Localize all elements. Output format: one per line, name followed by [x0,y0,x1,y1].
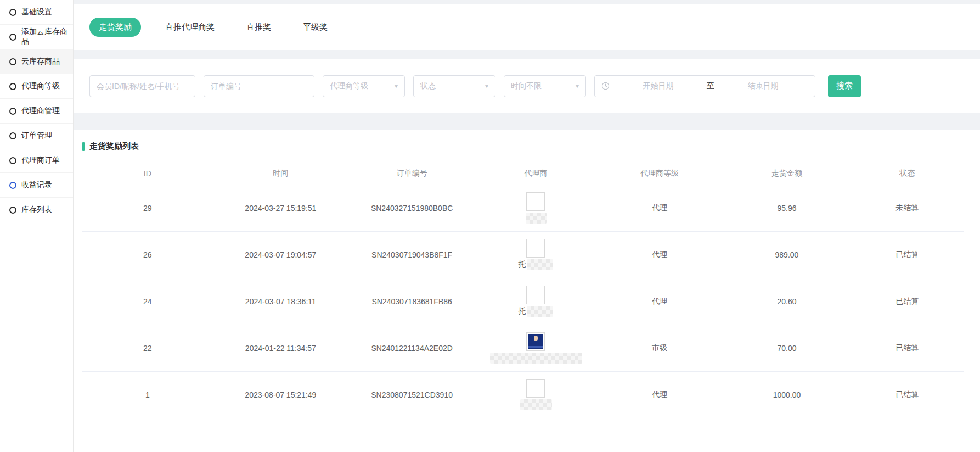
redacted-name-mosaic [526,213,547,224]
agent-avatar [526,332,545,351]
cell-amount: 989.00 [723,231,851,278]
cell-order: SN240307183681FB86 [348,278,475,325]
end-date-placeholder[interactable]: 结束日期 [718,81,808,91]
main-content: 走货奖励 直推代理商奖 直推奖 平级奖 代理商等级 ▾ 状态 ▾ 时间不限 ▾ … [74,0,980,452]
tab-direct-reward[interactable]: 直推奖 [239,18,279,37]
radio-icon [9,132,16,139]
cell-agent-level: 代理 [596,371,723,418]
cell-amount: 95.96 [723,185,851,231]
redacted-name-mosaic [527,306,553,317]
radio-icon [9,9,16,16]
section-title-text: 走货奖励列表 [89,141,139,152]
cell-time: 2024-03-07 19:04:57 [213,231,348,278]
sidebar-item-label: 订单管理 [21,131,52,141]
sidebar-item-cloud-stock-products[interactable]: 云库存商品 [0,49,73,74]
sidebar-item-order-management[interactable]: 订单管理 [0,124,73,148]
radio-icon [9,182,16,189]
spacer [74,50,980,59]
cell-amount: 70.00 [723,325,851,371]
spacer [74,113,980,130]
cell-status: 未结算 [851,185,964,231]
redacted-name-mosaic [520,399,552,410]
cell-agent-level: 代理 [596,231,723,278]
radio-icon [9,108,16,115]
table-row: 24 2024-03-07 18:36:11 SN240307183681FB8… [82,278,964,325]
start-date-placeholder[interactable]: 开始日期 [613,81,703,91]
cell-agent [475,325,596,371]
agent-level-select[interactable]: 代理商等级 ▾ [323,75,405,97]
agent-name: 托 [518,306,526,316]
cell-order: SN2401221134A2E02D [348,325,475,371]
table-header-row: ID 时间 订单编号 代理商 代理商等级 走货金额 状态 [82,163,964,185]
status-select-value: 状态 [420,81,436,91]
sidebar-item-label: 收益记录 [21,180,52,190]
reward-table: ID 时间 订单编号 代理商 代理商等级 走货金额 状态 29 2024-03-… [82,163,964,418]
member-search-input[interactable] [89,75,195,97]
cell-id: 26 [82,231,213,278]
cell-time: 2024-03-07 18:36:11 [213,278,348,325]
status-select[interactable]: 状态 ▾ [413,75,495,97]
table-row: 29 2024-03-27 15:19:51 SN240327151980B0B… [82,185,964,231]
cell-status: 已结算 [851,278,964,325]
cell-agent: 托 [475,231,596,278]
cell-status: 已结算 [851,371,964,418]
col-header-time: 时间 [213,163,348,185]
time-range-select[interactable]: 时间不限 ▾ [504,75,586,97]
cell-agent-level: 代理 [596,278,723,325]
redacted-name-mosaic [527,259,553,270]
agent-avatar [526,239,545,258]
sidebar-item-label: 添加云库存商品 [21,27,73,47]
chevron-down-icon: ▾ [395,83,398,89]
sidebar-item-label: 库存列表 [21,205,52,215]
tab-direct-agent-reward[interactable]: 直推代理商奖 [157,18,222,37]
tab-shipping-reward[interactable]: 走货奖励 [89,18,141,37]
cell-amount: 1000.00 [723,371,851,418]
filter-bar: 代理商等级 ▾ 状态 ▾ 时间不限 ▾ 开始日期 至 结束日期 搜索 [74,59,980,113]
sidebar-item-agent-management[interactable]: 代理商管理 [0,99,73,124]
table-row: 26 2024-03-07 19:04:57 SN24030719043B8F1… [82,231,964,278]
agent-avatar [526,192,545,211]
radio-icon [9,83,16,90]
section-title: 走货奖励列表 [82,141,980,152]
col-header-agent: 代理商 [475,163,596,185]
sidebar-item-label: 代理商等级 [21,81,60,91]
date-range-separator: 至 [707,81,714,91]
sidebar-item-add-cloud-stock-product[interactable]: 添加云库存商品 [0,25,73,49]
agent-level-select-value: 代理商等级 [330,81,368,91]
sidebar: 基础设置 添加云库存商品 云库存商品 代理商等级 代理商管理 订单管理 代理商订… [0,0,74,452]
sidebar-item-agent-orders[interactable]: 代理商订单 [0,148,73,173]
agent-name: 托 [518,260,526,270]
sidebar-item-basic-settings[interactable]: 基础设置 [0,0,73,25]
chevron-down-icon: ▾ [576,83,579,89]
cell-order: SN2308071521CD3910 [348,371,475,418]
table-row: 22 2024-01-22 11:34:57 SN2401221134A2E02… [82,325,964,371]
radio-icon [9,207,16,214]
cell-status: 已结算 [851,325,964,371]
col-header-order: 订单编号 [348,163,475,185]
table-row: 1 2023-08-07 15:21:49 SN2308071521CD3910… [82,371,964,418]
radio-icon [9,34,16,41]
cell-order: SN24030719043B8F1F [348,231,475,278]
sidebar-item-label: 代理商管理 [21,106,60,116]
reward-tabs: 走货奖励 直推代理商奖 直推奖 平级奖 [74,4,980,50]
cell-agent: 托 [475,278,596,325]
sidebar-item-earnings-records[interactable]: 收益记录 [0,173,73,198]
radio-icon [9,58,16,65]
tab-peer-reward[interactable]: 平级奖 [295,18,335,37]
sidebar-item-stock-list[interactable]: 库存列表 [0,198,73,222]
col-header-status: 状态 [851,163,964,185]
cell-agent-level: 市级 [596,325,723,371]
cell-id: 29 [82,185,213,231]
title-accent-bar [82,142,85,151]
sidebar-item-label: 代理商订单 [21,155,60,165]
clock-icon [601,82,610,90]
time-range-select-value: 时间不限 [511,81,542,91]
date-range-picker[interactable]: 开始日期 至 结束日期 [594,75,815,97]
order-number-input[interactable] [204,75,314,97]
chevron-down-icon: ▾ [485,83,488,89]
cell-agent [475,371,596,418]
cell-time: 2024-01-22 11:34:57 [213,325,348,371]
radio-icon [9,157,16,164]
search-button[interactable]: 搜索 [828,75,861,97]
sidebar-item-agent-levels[interactable]: 代理商等级 [0,74,73,99]
